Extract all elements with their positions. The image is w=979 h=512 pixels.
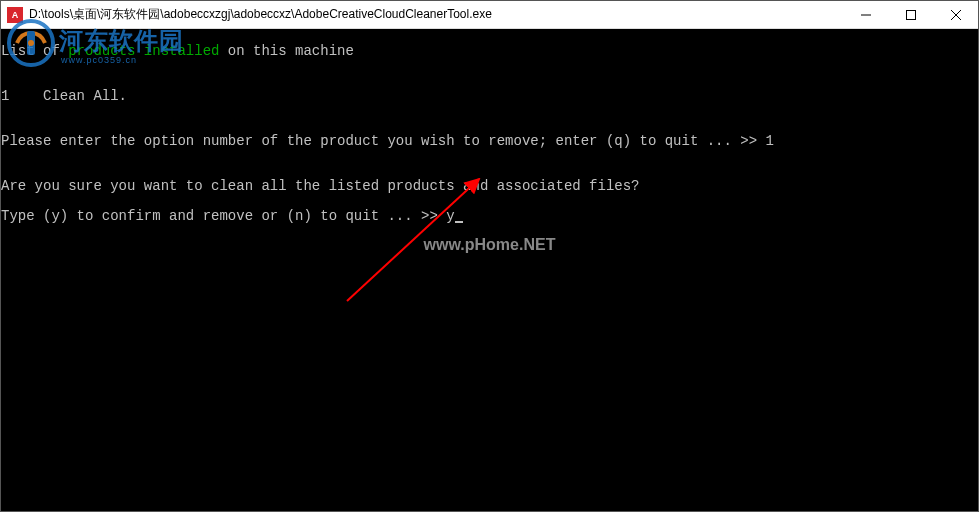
console-line: Are you sure you want to clean all the l… [1,179,978,194]
window-title: D:\tools\桌面\河东软件园\adobeccxzgj\adobeccxz\… [29,6,843,23]
minimize-button[interactable] [843,1,888,28]
text-cursor [455,221,463,223]
titlebar: A D:\tools\桌面\河东软件园\adobeccxzgj\adobeccx… [1,1,978,29]
svg-rect-1 [906,10,915,19]
console-area[interactable]: List of products installed on this machi… [1,29,978,511]
window-controls [843,1,978,28]
console-line: 1 Clean All. [1,89,978,104]
console-line: Please enter the option number of the pr… [1,134,978,149]
console-line: Type (y) to confirm and remove or (n) to… [1,209,978,224]
app-icon: A [7,7,23,23]
close-button[interactable] [933,1,978,28]
console-line: List of products installed on this machi… [1,44,978,59]
maximize-button[interactable] [888,1,933,28]
